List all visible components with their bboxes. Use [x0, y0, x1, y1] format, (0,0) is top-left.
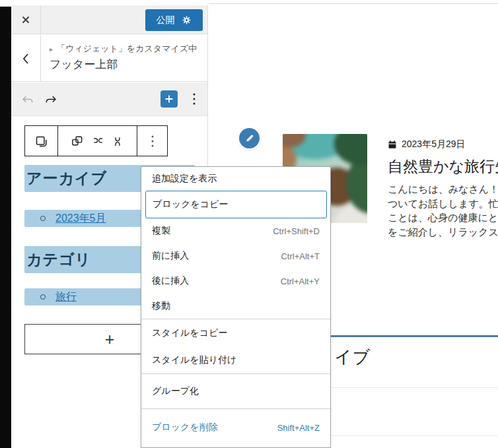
- menu-item-paste-styles[interactable]: スタイルを貼り付け: [141, 347, 330, 373]
- post-excerpt: こんにちは、みなさん！今 ついてお話しします。忙し ことは、心身の健康にとっ を…: [388, 182, 498, 239]
- menu-item-shortcut: Ctrl+Shift+D: [273, 226, 320, 236]
- menu-item-label: ブロックを削除: [152, 422, 218, 433]
- undo-icon: [20, 92, 35, 106]
- customizer-topbar: 公開: [11, 5, 207, 34]
- menu-item-label: スタイルを貼り付け: [152, 354, 236, 366]
- redo-button[interactable]: [42, 90, 59, 108]
- block-inserter-button[interactable]: [160, 90, 178, 108]
- edit-widget-shortcut-button[interactable]: [239, 128, 260, 148]
- menu-item-copy-block[interactable]: ブロックをコピー: [145, 191, 327, 218]
- list-bullet-icon: [40, 294, 46, 300]
- multi-block-select-button[interactable]: [25, 126, 58, 156]
- excerpt-line: をご紹介し、リラックスで: [388, 225, 498, 240]
- menu-item-show-more-settings[interactable]: 追加設定を表示: [141, 167, 330, 191]
- menu-item-move[interactable]: 移動: [141, 294, 330, 319]
- menu-item-label: グループ化: [152, 385, 199, 397]
- menu-item-shortcut: Ctrl+Alt+Y: [281, 276, 320, 286]
- category-link[interactable]: 旅行: [55, 288, 77, 305]
- menu-item-label: 後に挿入: [152, 275, 189, 287]
- page-title: フッター上部: [50, 57, 118, 72]
- excerpt-line: ことは、心身の健康にとっ: [388, 210, 498, 225]
- menu-item-insert-after[interactable]: 後に挿入 Ctrl+Alt+Y: [141, 269, 330, 294]
- block-mover-group: [58, 126, 137, 156]
- editor-toolbar: [11, 82, 207, 116]
- menu-item-duplicate[interactable]: 複製 Ctrl+Shift+D: [141, 218, 330, 243]
- menu-item-copy-styles[interactable]: スタイルをコピー: [141, 319, 330, 347]
- editor-options-button[interactable]: [186, 90, 203, 108]
- menu-item-shortcut: Ctrl+Alt+T: [281, 251, 320, 261]
- window-edge: [0, 7, 11, 448]
- close-customizer-button[interactable]: [11, 5, 41, 34]
- block-toolbar: [24, 125, 168, 156]
- breadcrumb-arrow-icon: ▸: [50, 46, 53, 53]
- block-options-button[interactable]: [137, 126, 167, 156]
- menu-item-label: スタイルをコピー: [152, 327, 227, 339]
- redo-icon: [44, 92, 58, 106]
- sidebar-header: ▸ 「ウィジェット」をカスタマイズ中 フッター上部: [11, 35, 207, 82]
- menu-item-delete-block[interactable]: ブロックを削除 Shift+Alt+Z: [141, 409, 330, 446]
- plus-icon: +: [105, 331, 115, 348]
- back-button[interactable]: [11, 35, 41, 82]
- close-icon: [20, 15, 31, 25]
- stacked-blocks-icon: [34, 134, 48, 148]
- post-date-label: 2023年5月29日: [402, 139, 466, 150]
- menu-item-group[interactable]: グループ化: [141, 374, 330, 408]
- excerpt-line: こんにちは、みなさん！今: [388, 182, 498, 197]
- block-options-menu: 追加設定を表示 ブロックをコピー 複製 Ctrl+Shift+D 前に挿入 Ct…: [141, 166, 331, 448]
- menu-item-insert-before[interactable]: 前に挿入 Ctrl+Alt+T: [141, 243, 330, 269]
- post-title: 自然豊かな旅行先で: [388, 156, 498, 177]
- list-bullet-icon: [40, 216, 46, 221]
- publish-button-label: 公開: [157, 15, 175, 26]
- move-vertical-icon[interactable]: [111, 134, 125, 148]
- publish-button[interactable]: 公開: [145, 9, 203, 31]
- breadcrumb-label: 「ウィジェット」をカスタマイズ中: [57, 43, 197, 55]
- menu-item-shortcut: Shift+Alt+Z: [277, 423, 320, 433]
- undo-button[interactable]: [19, 90, 36, 108]
- menu-item-label: 複製: [152, 225, 170, 237]
- move-horizontal-icon[interactable]: [90, 134, 104, 148]
- breadcrumb: ▸ 「ウィジェット」をカスタマイズ中: [50, 43, 197, 55]
- gear-icon[interactable]: [181, 15, 192, 26]
- menu-item-label: 前に挿入: [152, 250, 189, 262]
- kebab-icon: [151, 134, 155, 148]
- preview-top-divider: [209, 3, 498, 4]
- plus-icon: [164, 94, 174, 104]
- chevron-left-icon: [20, 52, 32, 65]
- pencil-icon: [244, 133, 255, 144]
- menu-item-label: ブロックをコピー: [153, 199, 228, 210]
- archive-link[interactable]: 2023年5月: [55, 210, 106, 227]
- menu-item-label: 移動: [152, 300, 170, 312]
- post-date: 2023年5月29日: [388, 139, 466, 150]
- kebab-icon: [192, 92, 196, 106]
- excerpt-line: ついてお話しします。忙し: [388, 197, 498, 211]
- transform-blocks-icon[interactable]: [70, 134, 84, 148]
- menu-item-label: 追加設定を表示: [152, 173, 217, 185]
- calendar-icon: [388, 140, 397, 149]
- customizer-screen: 公開 ▸ 「ウィジェット」をカスタマイズ: [0, 0, 498, 448]
